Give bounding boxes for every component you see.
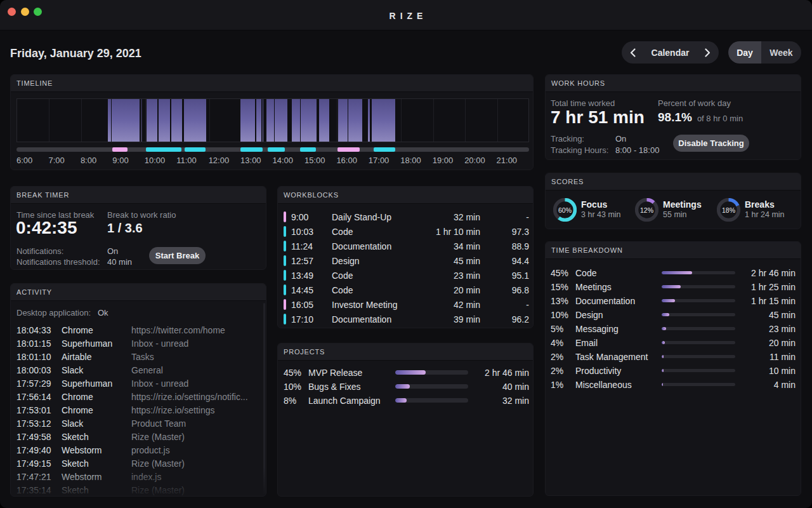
activity-panel: ACTIVITY Desktop application: Ok 18:04:3… bbox=[10, 283, 266, 497]
project-time: 2 hr 46 min bbox=[485, 368, 529, 378]
time-breakdown-row[interactable]: 15% Meetings 1 hr 25 min bbox=[546, 279, 801, 293]
project-time: 32 min bbox=[502, 396, 529, 406]
activity-row[interactable]: 17:53:12 Slack Product Team bbox=[11, 417, 266, 430]
timeline-workblock-marker[interactable] bbox=[112, 147, 127, 152]
activity-row[interactable]: 17:35:14 Sketch Rize (Master) bbox=[11, 483, 266, 497]
timeline-workblock-marker[interactable] bbox=[146, 147, 181, 152]
activity-app: Slack bbox=[62, 365, 83, 375]
disable-tracking-button[interactable]: Disable Tracking bbox=[673, 135, 749, 152]
project-name: Bugs & Fixes bbox=[308, 382, 360, 392]
category-progress-bar bbox=[662, 341, 735, 344]
activity-row[interactable]: 17:49:40 Webstorm product.js bbox=[11, 443, 266, 457]
category-progress-fill bbox=[662, 285, 681, 288]
workblock-row[interactable]: 10:03 Code 1 hr 10 min 97.3 bbox=[278, 224, 533, 239]
timeline-activity-block[interactable] bbox=[338, 99, 348, 142]
workblock-row[interactable]: 12:57 Design 45 min 94.4 bbox=[278, 253, 533, 268]
time-breakdown-row[interactable]: 5% Messaging 23 min bbox=[546, 321, 801, 335]
time-breakdown-row[interactable]: 2% Productivity 10 min bbox=[546, 363, 801, 377]
activity-app: Airtable bbox=[62, 352, 91, 362]
category-progress-fill bbox=[662, 299, 675, 302]
timeline-axis-label: 16:00 bbox=[336, 156, 357, 165]
workblock-row[interactable]: 16:05 Investor Meeting 42 min - bbox=[278, 297, 533, 312]
app-window: RIZE Friday, January 29, 2021 Calendar D… bbox=[0, 0, 812, 508]
timeline-activity-block[interactable] bbox=[263, 99, 264, 142]
projects-panel: PROJECTS 45% MVP Release 2 hr 46 min 10%… bbox=[277, 343, 534, 497]
timeline-workblock-marker[interactable] bbox=[300, 147, 316, 152]
activity-detail: Inbox - unread bbox=[131, 378, 188, 389]
activity-row[interactable]: 18:04:33 Chrome https://twitter.com/home bbox=[11, 323, 266, 337]
timeline-activity-block[interactable] bbox=[108, 99, 111, 142]
activity-row[interactable]: 17:49:58 Sketch Rize (Master) bbox=[11, 430, 266, 443]
category-time: 4 min bbox=[774, 380, 796, 390]
workblock-row[interactable]: 9:00 Daily Stand-Up 32 min - bbox=[278, 210, 533, 224]
project-row[interactable]: 8% Launch Campaign 32 min bbox=[278, 393, 533, 407]
start-break-button[interactable]: Start Break bbox=[149, 247, 206, 264]
workblock-row[interactable]: 17:10 Documentation 39 min 96.2 bbox=[278, 312, 533, 326]
timeline-panel: TIMELINE 6:007:008:009:0010:0011:0012:00… bbox=[10, 74, 534, 170]
time-breakdown-row[interactable]: 4% Email 20 min bbox=[546, 335, 801, 349]
project-row[interactable]: 10% Bugs & Fixes 40 min bbox=[278, 379, 533, 393]
timeline-activity-block[interactable] bbox=[319, 99, 329, 142]
timeline-activity-block[interactable] bbox=[256, 99, 262, 142]
calendar-prev-button[interactable] bbox=[630, 48, 636, 57]
timeline-activity-block[interactable] bbox=[112, 99, 140, 142]
timeline-workblock-marker[interactable] bbox=[185, 147, 206, 152]
timeline-workblock-marker[interactable] bbox=[337, 147, 360, 152]
activity-detail: https://twitter.com/home bbox=[131, 325, 225, 335]
timeline-activity-block[interactable] bbox=[275, 99, 287, 142]
timeline-workblock-marker[interactable] bbox=[240, 147, 263, 152]
score-percent: 18% bbox=[717, 198, 740, 222]
activity-row[interactable]: 18:00:03 Slack General bbox=[11, 363, 266, 377]
activity-row[interactable]: 18:01:15 Superhuman Inbox - unread bbox=[11, 337, 266, 350]
timeline-gridline bbox=[145, 99, 146, 142]
workblock-row[interactable]: 11:24 Documentation 34 min 88.9 bbox=[278, 239, 533, 253]
score-label: Meetings bbox=[663, 199, 702, 210]
tab-day[interactable]: Day bbox=[728, 41, 761, 64]
workblock-row[interactable]: 14:45 Code 20 min 96.8 bbox=[278, 283, 533, 297]
activity-row[interactable]: 17:53:01 Chrome https://rize.io/settings bbox=[11, 403, 266, 417]
timeline-activity-block[interactable] bbox=[147, 99, 157, 142]
workblock-name: Investor Meeting bbox=[332, 300, 398, 310]
time-breakdown-row[interactable]: 2% Task Management 11 min bbox=[546, 349, 801, 363]
timeline-activity-block[interactable] bbox=[240, 99, 255, 142]
timeline-workblock-marker[interactable] bbox=[268, 147, 285, 152]
activity-row[interactable]: 17:49:15 Sketch Rize (Master) bbox=[11, 457, 266, 470]
workblock-type-chip bbox=[284, 226, 286, 237]
timeline-activity-block[interactable] bbox=[292, 99, 300, 142]
category-progress-bar bbox=[662, 369, 735, 372]
activity-row[interactable]: 17:57:29 Superhuman Inbox - unread bbox=[11, 377, 266, 390]
timeline-activity-block[interactable] bbox=[266, 99, 274, 142]
app-title: RIZE bbox=[0, 11, 812, 21]
calendar-button[interactable]: Calendar bbox=[652, 48, 690, 58]
total-time-worked-value: 7 hr 51 min bbox=[551, 107, 645, 128]
activity-app: Sketch bbox=[62, 432, 89, 442]
tab-week[interactable]: Week bbox=[761, 41, 801, 64]
calendar-next-button[interactable] bbox=[705, 48, 710, 57]
project-row[interactable]: 45% MVP Release 2 hr 46 min bbox=[278, 365, 533, 379]
timeline-activity-block[interactable] bbox=[348, 99, 362, 142]
activity-time: 17:49:40 bbox=[16, 445, 51, 455]
timeline-activity-block[interactable] bbox=[159, 99, 170, 142]
timeline-activity-block[interactable] bbox=[372, 99, 395, 142]
time-breakdown-row[interactable]: 1% Miscellaneous 4 min bbox=[546, 377, 801, 391]
timeline-activity-block[interactable] bbox=[171, 99, 182, 142]
category-progress-bar bbox=[662, 355, 735, 358]
time-breakdown-row[interactable]: 10% Design 45 min bbox=[546, 307, 801, 321]
timeline-workblock-marker[interactable] bbox=[374, 147, 395, 152]
activity-scrollbar[interactable] bbox=[263, 303, 265, 494]
activity-app: Chrome bbox=[62, 325, 93, 335]
activity-row[interactable]: 18:01:10 Airtable Tasks bbox=[11, 350, 266, 363]
activity-row[interactable]: 17:56:14 Chrome https://rize.io/settings… bbox=[11, 390, 266, 403]
workblock-name: Code bbox=[332, 285, 353, 295]
workblock-time: 11:24 bbox=[291, 241, 313, 251]
timeline-activity-block[interactable] bbox=[184, 99, 206, 142]
workblock-row[interactable]: 13:49 Code 23 min 95.1 bbox=[278, 268, 533, 283]
timeline-activity-block[interactable] bbox=[368, 99, 370, 142]
category-name: Documentation bbox=[575, 296, 635, 306]
time-breakdown-row[interactable]: 45% Code 2 hr 46 min bbox=[546, 265, 801, 279]
time-breakdown-row[interactable]: 13% Documentation 1 hr 15 min bbox=[546, 293, 801, 307]
timeline-activity-block[interactable] bbox=[141, 99, 142, 142]
activity-row[interactable]: 17:47:21 Webstorm index.js bbox=[11, 470, 266, 483]
workblock-time: 10:03 bbox=[291, 227, 313, 237]
timeline-activity-block[interactable] bbox=[301, 99, 317, 142]
